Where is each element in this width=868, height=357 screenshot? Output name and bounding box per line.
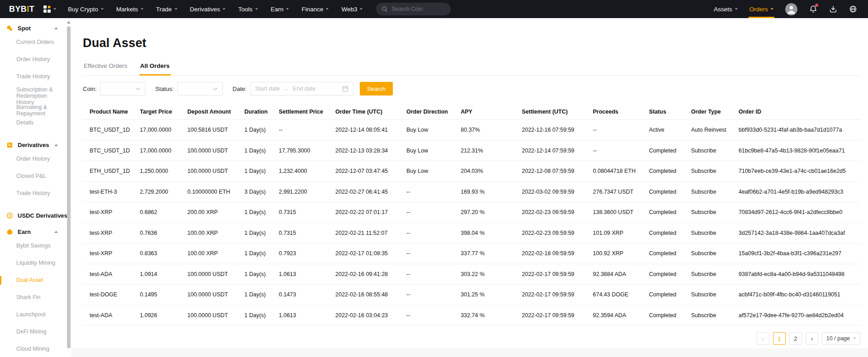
sidebar-item-borrowing-repayment[interactable]: Borrowing & Repayment <box>0 104 60 117</box>
app-body: SpotCurrent OrdersOrder HistoryTrade His… <box>0 18 868 357</box>
nav-assets[interactable]: Assets <box>714 0 738 18</box>
date-range-input[interactable]: Start date → End date <box>250 82 353 95</box>
sidebar-item-liquidity-mining[interactable]: Liquidity Mining <box>0 260 72 267</box>
apps-grid-icon[interactable] <box>43 5 56 13</box>
cell-apy: 204.03% <box>461 168 522 174</box>
nav-item-buy-crypto[interactable]: Buy Crypto <box>68 0 104 18</box>
sidebar-item-order-history[interactable]: Order History <box>0 56 72 63</box>
cell-order-direction: Buy Low <box>406 168 461 174</box>
sidebar-item-dual-asset[interactable]: Dual Asset <box>0 277 72 284</box>
cell-product-name: test-ADA <box>90 271 140 277</box>
earn-icon <box>6 228 13 235</box>
sidebar-section-spot[interactable]: Spot <box>0 20 72 36</box>
cell-target-price: 0.6862 <box>140 209 187 215</box>
search-placeholder: Search Coin <box>391 6 423 12</box>
page-size-select[interactable]: 10 / page <box>822 332 860 345</box>
tab-effective-orders[interactable]: Effective Orders <box>83 62 129 75</box>
cell-deposit-amount: 200.00 XRP <box>187 209 244 215</box>
download-button[interactable] <box>829 5 837 13</box>
sidebar-item-current-orders[interactable]: Current Orders <box>0 39 72 46</box>
sidebar-item-bybit-savings[interactable]: Bybit Savings <box>0 243 72 249</box>
avatar[interactable] <box>785 3 797 15</box>
nav-item-tools[interactable]: Tools <box>238 0 258 18</box>
tab-all-orders[interactable]: All Orders <box>139 62 171 75</box>
scroll-up-arrow-icon[interactable] <box>67 21 71 24</box>
cell-settlement-utc: 2022-12-16 07:59:59 <box>522 127 593 133</box>
cell-settlement-utc: 2022-12-14 07:59:59 <box>522 148 593 154</box>
scrollbar-thumb[interactable] <box>67 26 71 348</box>
search-button[interactable]: Search <box>360 82 393 95</box>
coin-select[interactable] <box>100 82 145 95</box>
nav-orders[interactable]: Orders <box>749 0 773 18</box>
cell-product-name: ETH_USDT_1D <box>90 168 140 174</box>
cell-order-id: 710b7eeb-ce39-43e1-a74c-cb01ae16e2d5 <box>739 168 860 174</box>
table-row: test-XRP0.8363100.00 XRP1 Day(s)0.792320… <box>83 243 860 264</box>
sidebar-section-derivatives[interactable]: Derivatives <box>0 137 72 153</box>
sidebar-item-trade-history[interactable]: Trade History <box>0 190 72 197</box>
sidebar-item-shark-fin[interactable]: Shark Fin <box>0 294 72 301</box>
cell-proceeds: 674.43 DOGE <box>593 291 649 298</box>
status-select[interactable] <box>177 82 223 95</box>
cell-settlement-price: 0.7923 <box>279 250 335 257</box>
nav-item-derivatives[interactable]: Derivatives <box>190 0 226 18</box>
cell-order-direction: -- <box>406 271 461 277</box>
search-input[interactable]: Search Coin <box>376 3 451 15</box>
cell-apy: 297.20 % <box>461 209 522 215</box>
start-date-placeholder: Start date <box>255 86 280 92</box>
cell-product-name: test-ADA <box>90 312 140 319</box>
cell-proceeds: 92.3884 ADA <box>593 271 649 277</box>
sidebar-item-defi-mining[interactable]: DeFi Mining <box>0 328 72 335</box>
cell-order-time-utc: 2022-02-16 08:55:48 <box>335 291 406 298</box>
cell-duration: 1 Day(s) <box>244 291 279 298</box>
sidebar-item-order-history[interactable]: Order History <box>0 156 72 162</box>
cell-target-price: 0.8363 <box>140 250 187 257</box>
chevron-down-icon <box>223 8 225 10</box>
nav-item-trade[interactable]: Trade <box>156 0 177 18</box>
chevron-down-icon <box>735 8 738 10</box>
nav-item-web3[interactable]: Web3 <box>341 0 362 18</box>
sidebar-section-earn[interactable]: Earn <box>0 224 72 240</box>
sidebar-item-trade-history[interactable]: Trade History <box>0 73 72 80</box>
cell-order-type: Subscribe <box>691 209 739 215</box>
column-header-product-name: Product Name <box>90 109 140 115</box>
cell-order-time-utc: 2022-12-07 03:47:45 <box>335 168 406 174</box>
sidebar-section-usdc-derivatives[interactable]: $USDC Derivatives <box>0 207 72 224</box>
sidebar-item-details[interactable]: Details <box>0 119 72 126</box>
nav-item-earn[interactable]: Earn <box>271 0 289 18</box>
cell-settlement-utc: 2022-02-17 09:59:59 <box>522 291 593 298</box>
language-button[interactable] <box>849 5 857 13</box>
status-filter-label: Status: <box>155 86 173 92</box>
cell-proceeds: 101.09 XRP <box>593 230 649 236</box>
next-page-button[interactable]: › <box>806 332 818 345</box>
nav-item-markets[interactable]: Markets <box>116 0 143 18</box>
chevron-down-icon <box>771 8 773 10</box>
page-button-1[interactable]: 1 <box>773 332 786 345</box>
nav-item-label: Derivatives <box>190 6 220 13</box>
cell-proceeds: 0.08044718 ETH <box>593 168 649 174</box>
chevron-down-icon <box>53 8 56 10</box>
cell-product-name: test-XRP <box>90 250 140 257</box>
notifications-button[interactable] <box>809 5 817 13</box>
cell-status: Completed <box>649 168 691 174</box>
sidebar-item-cloud-mining[interactable]: Cloud Mining <box>0 346 72 352</box>
cell-duration: 1 Day(s) <box>244 271 279 277</box>
cell-order-type: Subscribe <box>691 291 739 298</box>
cell-status: Completed <box>649 250 691 257</box>
cell-status: Completed <box>649 209 691 215</box>
cell-product-name: test-DOGE <box>90 291 140 298</box>
sidebar-item-subscription-redemption-history[interactable]: Subscription & Redemption History <box>0 86 60 105</box>
prev-page-button[interactable]: ‹ <box>757 332 769 345</box>
bybit-logo[interactable]: BYBIT <box>9 5 34 14</box>
nav-menu: Buy CryptoMarketsTradeDerivativesToolsEa… <box>68 0 362 18</box>
sidebar-item-closed-p-l[interactable]: Closed P&L <box>0 173 72 180</box>
nav-item-finance[interactable]: Finance <box>301 0 329 18</box>
cell-order-time-utc: 2022-12-13 03:28:34 <box>335 148 406 154</box>
cell-order-id: bbf933d0-5231-4faf-ab3b-baa7d1d1077a <box>739 127 860 133</box>
cell-order-type: Subscribe <box>691 189 739 195</box>
page-button-2[interactable]: 2 <box>789 332 802 345</box>
sidebar-section-label: USDC Derivatives <box>18 212 67 219</box>
download-icon <box>829 5 837 13</box>
cell-product-name: BTC_USDT_1D <box>90 127 140 133</box>
orders-label: Orders <box>749 6 768 13</box>
sidebar-item-launchpool[interactable]: Launchpool <box>0 311 72 318</box>
